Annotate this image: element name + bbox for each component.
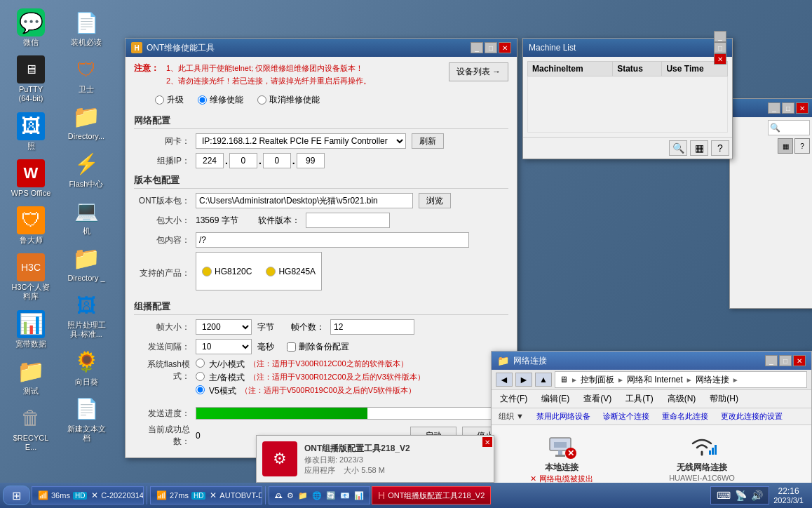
ip-part1[interactable] <box>196 153 224 168</box>
delete-backup-checkbox[interactable] <box>287 342 296 352</box>
notice-label: 注意： <box>134 62 159 74</box>
action-disable[interactable]: 禁用此网络设备 <box>534 410 593 423</box>
desktop-icon-recycle[interactable]: 🗑 $RECYCLE... <box>6 401 56 455</box>
desktop-icon-words[interactable]: 📄 装机必读 <box>61 6 111 50</box>
desktop-icon-machine[interactable]: 💻 机 <box>61 194 111 239</box>
radio-cancel-repair[interactable]: 取消维修使能 <box>257 94 320 106</box>
sw-value-input[interactable] <box>306 213 390 228</box>
ip-part4[interactable] <box>297 153 325 168</box>
desktop-icon-imgprocess[interactable]: 🖼 照片处理工具-标准... <box>61 288 111 342</box>
flash-master-radio[interactable] <box>196 372 205 381</box>
desktop-icon-newtxt[interactable]: 📄 新建文本文档 <box>61 392 111 446</box>
taskbar-huawei-task[interactable]: H ONT组播版配置工具218_V2 <box>372 486 491 504</box>
desktop-icon-sunflower[interactable]: 🌻 向日葵 <box>61 345 111 389</box>
ont-minimize-btn[interactable]: _ <box>471 42 483 53</box>
menu-advanced[interactable]: 高级(N) <box>663 392 701 406</box>
action-diagnose[interactable]: 诊断这个连接 <box>600 410 652 423</box>
desktop-icon-wps[interactable]: W WPS Office <box>6 156 56 201</box>
h3c-label: H3C个人资料库 <box>8 283 53 301</box>
browse-btn[interactable]: 浏览 <box>419 193 451 208</box>
desktop-icon-wechat[interactable]: 💬 微信 <box>6 6 56 50</box>
ml-title: Machine List <box>529 43 576 53</box>
bw-search[interactable]: 🔍 <box>768 120 810 135</box>
radio-cancel-repair-input[interactable] <box>257 95 266 105</box>
bw-grid-btn[interactable]: ▦ <box>778 138 793 154</box>
col-machine-item: MachineItem <box>528 62 613 76</box>
bw-maximize-btn[interactable]: □ <box>782 102 794 114</box>
menu-file[interactable]: 文件(F) <box>496 392 532 406</box>
behind-window: _ □ ✕ 🔍 ▦ ? <box>729 98 812 309</box>
task1-close[interactable]: ✕ <box>91 490 98 500</box>
radio-upgrade[interactable]: 升级 <box>155 94 184 106</box>
delete-backup-checkbox-label[interactable]: 删除备份配置 <box>287 341 349 353</box>
menu-help[interactable]: 帮助(H) <box>705 392 743 406</box>
huawei-notification: ⚙ ONT组播版配置工具218_V2 修改日期: 2023/3 应用程序 大小 … <box>256 435 494 483</box>
task2-close[interactable]: ✕ <box>210 490 217 500</box>
desktop-icon-broadband[interactable]: 📊 宽带数据 <box>6 307 56 352</box>
ml-maximize-btn[interactable]: □ <box>714 42 726 53</box>
ml-close-btn[interactable]: ✕ <box>714 53 726 65</box>
device-list-button[interactable]: 设备列表 → <box>449 62 508 81</box>
ml-help-btn[interactable]: ? <box>711 140 729 156</box>
frame-size-select[interactable]: 1200 <box>196 319 252 335</box>
net-maximize-btn[interactable]: □ <box>779 355 792 366</box>
flash-v5-radio[interactable] <box>196 385 205 394</box>
send-interval-select[interactable]: 10 <box>196 339 252 354</box>
ml-minimize-btn[interactable]: _ <box>714 31 726 42</box>
desktop-icon-ludashu[interactable]: 🛡 鲁大师 <box>6 203 56 248</box>
ip-part2[interactable] <box>229 153 257 168</box>
huawei-close-btn[interactable]: ✕ <box>482 437 492 447</box>
taskbar-icons-task[interactable]: 🕰 ⚙ 📁 🌐 🔄 📧 📊 <box>269 486 370 504</box>
desktop-icon-h3c[interactable]: H3C H3C个人资料库 <box>6 250 56 304</box>
svg-rect-7 <box>712 448 714 455</box>
bw-close-btn[interactable]: ✕ <box>796 102 808 114</box>
action-settings[interactable]: 更改此连接的设置 <box>718 410 785 423</box>
ip-part3[interactable] <box>263 153 291 168</box>
action-organize[interactable]: 组织 ▼ <box>496 410 527 423</box>
desktop-icon-photos[interactable]: 🖼 照 <box>6 109 56 154</box>
clock-time: 22:16 <box>773 486 804 496</box>
ont-pkg-input[interactable] <box>196 193 413 208</box>
weishi-label: 卫士 <box>79 85 94 94</box>
desktop-icon-ceshi[interactable]: 📁 测试 <box>6 354 56 399</box>
ceshi-icon: 📁 <box>17 357 45 385</box>
nav-back-btn[interactable]: ◄ <box>496 373 513 387</box>
nic-refresh-btn[interactable]: 刷新 <box>412 133 444 149</box>
desktop-icon-putty[interactable]: 🖥 PuTTY(64-bit) <box>6 53 56 106</box>
radio-repair-input[interactable] <box>198 95 207 105</box>
svg-rect-6 <box>709 450 711 455</box>
products-box: HG8120C HG8245A <box>196 252 322 290</box>
nav-up-btn[interactable]: ▲ <box>535 373 552 387</box>
svg-rect-1 <box>554 442 567 448</box>
nav-forward-btn[interactable]: ► <box>515 373 532 387</box>
ont-close-btn[interactable]: ✕ <box>499 42 511 53</box>
radio-repair[interactable]: 维修使能 <box>198 94 243 106</box>
content-input[interactable] <box>196 232 469 248</box>
desktop-icon-weishi[interactable]: 🛡 卫士 <box>61 53 111 97</box>
bw-help-btn[interactable]: ? <box>794 138 810 154</box>
ml-search-btn[interactable]: 🔍 <box>669 140 687 156</box>
bw-minimize-btn[interactable]: _ <box>768 102 780 114</box>
desktop-icon-directory1[interactable]: 📁 Directory... <box>61 100 111 144</box>
flash-mode-label: 系统flash模式： <box>134 359 190 382</box>
start-button[interactable]: ⊞ <box>3 486 30 505</box>
net-close-btn[interactable]: ✕ <box>793 355 806 366</box>
radio-upgrade-input[interactable] <box>155 95 164 105</box>
desktop-icon-flash[interactable]: ⚡ Flash中心 <box>61 147 111 192</box>
nic-select[interactable]: IP:192.168.1.2 Realtek PCIe FE Family Co… <box>196 133 406 149</box>
ludashu-icon: 🛡 <box>17 206 45 234</box>
flash-small-radio[interactable] <box>196 359 205 368</box>
menu-view[interactable]: 查看(V) <box>579 392 616 406</box>
ml-grid-btn[interactable]: ▦ <box>690 140 708 156</box>
flash-master-label: 主/备模式 <box>209 372 245 384</box>
menu-edit[interactable]: 编辑(E) <box>537 392 574 406</box>
action-rename[interactable]: 重命名此连接 <box>659 410 711 423</box>
menu-tools[interactable]: 工具(T) <box>621 392 657 406</box>
ont-maximize-btn[interactable]: □ <box>485 42 497 53</box>
ont-title: ONT维修使能工具 <box>147 42 215 54</box>
desktop-icon-directory2[interactable]: 📁 Directory _ <box>61 241 111 286</box>
frame-count-input[interactable] <box>330 319 414 335</box>
net-minimize-btn[interactable]: _ <box>765 355 778 366</box>
taskbar-task1[interactable]: 📶 36ms HD ✕ C-202203141... <box>32 486 144 504</box>
taskbar-task2[interactable]: 📶 27ms HD ✕ AUTOBVT-DND... <box>150 486 262 504</box>
